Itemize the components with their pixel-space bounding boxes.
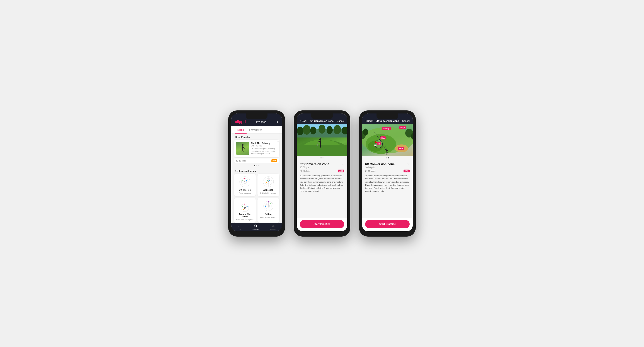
svg-point-0 [242, 144, 244, 146]
dot-3 [258, 165, 259, 166]
svg-rect-98 [387, 153, 388, 155]
approach-icon [262, 176, 274, 188]
drill-description: Create an imaginary fairway using trees … [251, 148, 277, 155]
svg-point-26 [267, 180, 268, 181]
svg-rect-64 [318, 141, 321, 142]
svg-point-52 [297, 127, 304, 135]
title-row: 6ft Conversion Zone ♡ [300, 162, 344, 166]
cancel-button[interactable]: Cancel [337, 120, 344, 122]
svg-point-27 [269, 180, 270, 181]
drill-thumbnail [236, 142, 249, 155]
ott-diagram [239, 176, 251, 188]
activities-icon [254, 224, 257, 228]
tab-favourites[interactable]: Favourites [246, 126, 265, 133]
skill-approach[interactable]: Approach Dial-in to hit the green [258, 174, 279, 196]
svg-line-70 [301, 171, 301, 171]
dot-2 [388, 157, 389, 158]
nav-activities-label: Activities [252, 228, 260, 230]
svg-rect-65 [320, 144, 320, 148]
svg-point-16 [244, 178, 245, 179]
skill-putting[interactable]: Putting Make and lag practice [258, 198, 279, 223]
nav-activities[interactable]: Activities [252, 224, 260, 230]
start-practice-button-3[interactable]: Start Practice [365, 220, 410, 228]
home-bar-3 [379, 233, 396, 233]
favourite-icon-3[interactable]: ♡ [407, 162, 410, 166]
card-footer: 10 shots OTT [234, 158, 279, 163]
svg-rect-66 [320, 144, 321, 148]
nav-home[interactable]: ⌂ Home [237, 224, 241, 230]
svg-text:Miss: Miss [381, 137, 385, 139]
carousel-dots-3 [362, 156, 413, 160]
dot-2 [322, 157, 324, 158]
phone-notch [246, 114, 268, 119]
dot-2 [256, 165, 257, 166]
main-content: Most Popular [231, 134, 282, 223]
svg-point-28 [266, 182, 267, 183]
svg-point-47 [265, 206, 266, 207]
svg-point-77 [363, 129, 368, 136]
drill-name-3: 6ft Conversion Zone [365, 162, 394, 166]
skill-around-green[interactable]: Around The Green Hone your short game [234, 198, 256, 223]
clock-icon-3 [365, 170, 367, 172]
dot-1 [386, 157, 387, 158]
menu-icon[interactable]: ≡ [277, 120, 278, 124]
skill-off-the-tee[interactable]: Off The Tee Power accuracy [234, 174, 256, 196]
drill-hero-photo [297, 124, 347, 156]
back-button-3[interactable]: < Back [365, 120, 372, 122]
svg-point-56 [326, 126, 333, 134]
drill-header-title-3: 6ft Conversion Zone [376, 120, 399, 122]
drill-description-3: 20 shots are randomly generated at dista… [365, 174, 410, 193]
ott-icon [239, 176, 251, 188]
skill-approach-name: Approach [263, 189, 274, 191]
shots-label: 10 shots [236, 160, 246, 162]
drill-range-3: 10-50 yds [365, 166, 410, 169]
clock-icon [300, 170, 302, 172]
dot-1 [254, 165, 255, 166]
capture-icon: ⊕ [272, 224, 275, 228]
drill-description: 20 shots are randomly generated at dista… [300, 174, 344, 193]
skill-grid: Off The Tee Power accuracy [231, 174, 282, 223]
title-row-3: 6ft Conversion Zone ♡ [365, 162, 410, 166]
svg-line-6 [244, 148, 246, 149]
phone-notch [376, 114, 398, 119]
drill-detail-content-3: 6ft Conversion Zone ♡ 10-50 yds 20 shots… [362, 160, 413, 218]
svg-text:Hit: Hit [378, 143, 380, 145]
drill-name: 6ft Conversion Zone [300, 162, 329, 166]
svg-point-17 [242, 180, 243, 181]
shots-info-3: 20 shots [365, 170, 376, 172]
popular-drill-card[interactable]: ♡ Find The Fairway Off The Tee Create an… [234, 140, 279, 157]
svg-point-55 [318, 125, 326, 134]
nav-capture[interactable]: ⊕ Capture [270, 224, 276, 230]
bottom-nav: ⌂ Home Activities ⊕ Capture [231, 223, 282, 231]
clock-icon [236, 160, 238, 162]
svg-text:Fairway: Fairway [384, 128, 389, 130]
skill-putting-name: Putting [265, 213, 272, 215]
skill-ott-desc: Power accuracy [239, 192, 251, 194]
svg-rect-97 [386, 153, 387, 155]
atg-diagram [239, 200, 251, 212]
app-logo: clippd [235, 120, 246, 124]
nav-capture-label: Capture [270, 228, 276, 230]
cancel-button-3[interactable]: Cancel [402, 120, 410, 122]
drill-hero-map: Fairway Rough Miss Hit Sand [362, 124, 413, 156]
approach-diagram [262, 176, 274, 188]
svg-point-36 [243, 209, 244, 210]
favourite-icon[interactable]: ♡ [277, 140, 279, 143]
favourite-icon[interactable]: ♡ [342, 162, 344, 166]
tab-bar: Drills Favourites [231, 126, 282, 134]
start-practice-button[interactable]: Start Practice [300, 220, 344, 228]
svg-point-54 [310, 127, 316, 134]
golfer-icon [239, 144, 246, 153]
phone-1: clippd Practice ≡ Drills Favourites Most… [228, 110, 285, 237]
svg-rect-63 [320, 141, 321, 144]
svg-point-53 [303, 125, 311, 135]
svg-point-94 [386, 150, 388, 151]
svg-text:Sand: Sand [399, 148, 403, 149]
phone-2: < Back 6ft Conversion Zone Cancel [294, 110, 350, 237]
drill-subtitle: Off The Tee [251, 144, 277, 147]
carousel-dots [231, 164, 282, 168]
back-button[interactable]: < Back [300, 120, 307, 122]
shots-info: 20 shots [300, 170, 310, 172]
tab-drills[interactable]: Drills [235, 126, 246, 133]
drill-title: Find The Fairway [251, 142, 277, 144]
